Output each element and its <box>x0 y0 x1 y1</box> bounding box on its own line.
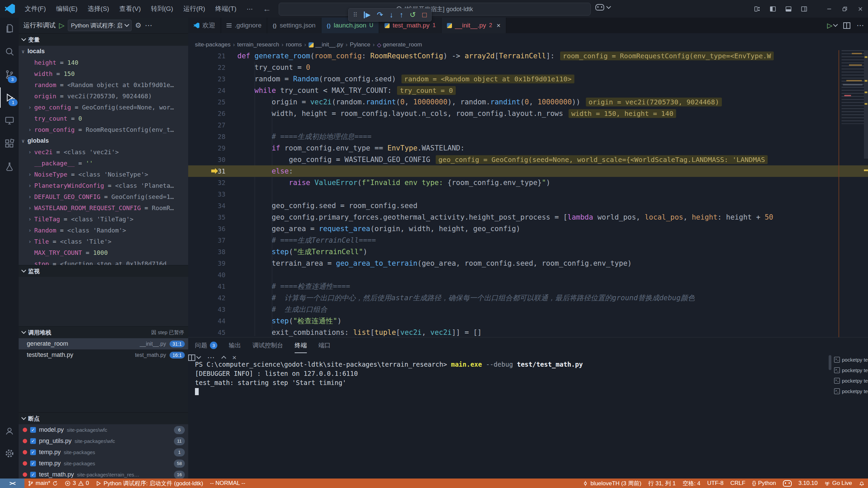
continue-button[interactable]: ▶ <box>364 12 371 18</box>
statusbar-cursor-position[interactable]: 行 31, 列 1 <box>645 479 679 488</box>
chevron-right-icon[interactable]: › <box>25 183 34 189</box>
menu-item-F[interactable]: 文件(F) <box>20 4 51 13</box>
statusbar-vim-mode[interactable]: -- NORMAL -- <box>206 479 249 488</box>
breadcrumb-item[interactable]: rooms <box>286 41 302 48</box>
activity-search[interactable] <box>0 41 19 62</box>
debug-config-select[interactable]: Python 调试程序: 启 <box>68 20 132 31</box>
menu-item-T[interactable]: 终端(T) <box>210 4 241 13</box>
code-editor[interactable]: 21def generate_room(room_config: RoomReq… <box>188 50 868 337</box>
menu-overflow[interactable]: ⋯ <box>241 5 258 13</box>
command-center-search[interactable]: [扩展开发宿主] godot-ldtk <box>279 3 591 16</box>
statusbar-git-blame[interactable]: blueloveTH (3 周前) <box>579 479 645 488</box>
breakpoint-row[interactable]: ✓temp.pysite-packages58 <box>19 458 188 469</box>
variable-row[interactable]: ›vec2i = <class 'vec2i'> <box>19 146 188 158</box>
statusbar-git-branch[interactable]: main* <box>24 479 61 488</box>
variable-row[interactable]: ›NoiseType = <class 'NoiseType'> <box>19 169 188 180</box>
activity-source-control[interactable]: 3 <box>0 64 19 85</box>
variable-row[interactable]: __package__ = '' <box>19 158 188 169</box>
tab-__init__.py[interactable]: __init__.py2× <box>441 18 507 33</box>
variable-row[interactable]: height = 140 <box>19 57 188 68</box>
activity-debug[interactable]: 1 <box>0 87 19 108</box>
variable-row[interactable]: ›TileTag = <class 'TileTag'> <box>19 214 188 225</box>
scope-row-globals[interactable]: ∨globals <box>19 135 188 146</box>
chevron-right-icon[interactable]: › <box>25 227 34 233</box>
restore-icon[interactable] <box>837 0 852 18</box>
breakpoint-row[interactable]: ✓test_math.pysite-packages\terrain_res…1… <box>19 469 188 479</box>
variable-row[interactable]: ›WASTELAND_ROOM_REQUEST_CONFIG = RoomR… <box>19 202 188 214</box>
activity-extensions[interactable] <box>0 134 19 154</box>
panel-tab-输出[interactable]: 输出 <box>229 338 241 353</box>
variable-row[interactable]: ›PlanetaryWindConfig = <class 'Planeta… <box>19 180 188 191</box>
statusbar-notifications[interactable] <box>855 479 868 488</box>
breakpoint-checkbox[interactable]: ✓ <box>30 449 36 455</box>
menu-item-V[interactable]: 查看(V) <box>114 4 146 13</box>
step-over-button[interactable]: ↷ <box>377 11 383 19</box>
breakpoint-row[interactable]: ✓png_utils.pysite-packages\wfc11 <box>19 435 188 447</box>
close-icon[interactable]: × <box>496 22 500 29</box>
breadcrumb-item[interactable]: terrain_research <box>237 41 279 48</box>
drag-grip-icon[interactable]: ⠿ <box>353 11 357 19</box>
debug-settings-gear-icon[interactable]: ⚙ <box>135 21 141 29</box>
activity-remote-explorer[interactable] <box>0 110 19 131</box>
minimize-icon[interactable] <box>821 0 837 18</box>
stop-button[interactable]: □ <box>422 11 427 19</box>
breadcrumb-item[interactable]: __init__.py <box>309 41 343 48</box>
breadcrumb-item[interactable]: ◇generate_room <box>377 41 422 48</box>
variable-row[interactable]: MAX_TRY_COUNT = 1000 <box>19 247 188 258</box>
statusbar-copilot-status[interactable] <box>780 479 795 488</box>
statusbar-python-version[interactable]: 3.10.10 <box>795 479 821 488</box>
chevron-right-icon[interactable]: › <box>25 127 34 133</box>
statusbar-problems[interactable]: 30 <box>61 479 92 488</box>
step-out-button[interactable]: ↑ <box>399 11 403 19</box>
variable-row[interactable]: ›Random = <class 'Random'> <box>19 225 188 236</box>
terminal-instance[interactable]: >_pocketpy te… <box>834 386 868 396</box>
activity-settings[interactable] <box>0 443 19 464</box>
breakpoint-checkbox[interactable]: ✓ <box>30 427 36 433</box>
watch-section-header[interactable]: 监视 <box>19 265 188 277</box>
statusbar-encoding[interactable]: UTF-8 <box>704 479 727 488</box>
variable-row[interactable]: stop = <function stop at 0x1bf8d716d… <box>19 258 188 265</box>
copilot-menu[interactable] <box>595 4 610 11</box>
chevron-down-icon[interactable]: ∨ <box>19 48 27 55</box>
variable-row[interactable]: random = <Random object at 0x1bf9d01e… <box>19 79 188 90</box>
menu-item-S[interactable]: 选择(S) <box>83 4 114 13</box>
variables-section-header[interactable]: 变量 <box>19 33 188 46</box>
variable-row[interactable]: width = 150 <box>19 68 188 79</box>
chevron-right-icon[interactable]: › <box>25 216 34 222</box>
toggle-sidebar-icon[interactable] <box>765 0 781 18</box>
start-debug-button[interactable]: ▷ <box>59 21 64 29</box>
terminal-instance[interactable]: >_pocketpy te… <box>834 354 868 365</box>
chevron-right-icon[interactable]: › <box>25 239 34 245</box>
menu-item-E[interactable]: 编辑(E) <box>51 4 82 13</box>
scope-row-locals[interactable]: ∨locals <box>19 46 188 57</box>
statusbar-language-mode[interactable]: {}Python <box>749 479 779 488</box>
terminal-instance[interactable]: >_pocketpy te… <box>834 375 868 386</box>
variable-row[interactable]: ›Tile = <class 'Tile'> <box>19 236 188 247</box>
breakpoint-checkbox[interactable]: ✓ <box>30 438 36 444</box>
variable-row[interactable]: origin = vec2i(7205730, 9024468) <box>19 90 188 102</box>
breakpoint-row[interactable]: ✓model.pysite-packages\wfc6 <box>19 424 188 435</box>
variable-row[interactable]: ›DEFAULT_GEO_CONFIG = GeoConfig(seed=1… <box>19 191 188 202</box>
breadcrumb-item[interactable]: site-packages <box>195 41 231 48</box>
step-into-button[interactable]: ↓ <box>390 11 393 19</box>
variable-row[interactable]: try_count = 0 <box>19 113 188 124</box>
menu-item-G[interactable]: 转到(G) <box>146 4 178 13</box>
activity-explorer[interactable] <box>0 18 19 39</box>
callstack-section-header[interactable]: 调用堆栈 因 step 已暂停 <box>19 326 188 338</box>
restart-button[interactable]: ↺ <box>410 11 416 19</box>
panel-tab-调试控制台[interactable]: 调试控制台 <box>253 338 283 353</box>
terminal-output[interactable]: PS C:\computer_science\godot-ldtk\site-p… <box>195 360 583 396</box>
menu-item-R[interactable]: 运行(R) <box>178 4 210 13</box>
toggle-secondary-sidebar-icon[interactable] <box>796 0 812 18</box>
panel-tab-问题[interactable]: 问题3 <box>195 338 217 353</box>
chevron-right-icon[interactable]: › <box>25 149 34 155</box>
panel-tab-端口[interactable]: 端口 <box>318 338 331 353</box>
minimap[interactable] <box>842 50 864 124</box>
breakpoint-row[interactable]: ✓temp.pysite-packages1 <box>19 447 188 458</box>
more-actions-icon[interactable]: ⋯ <box>145 21 153 30</box>
activity-account[interactable] <box>0 421 19 441</box>
overview-ruler[interactable] <box>864 50 868 337</box>
customize-layout-icon[interactable] <box>749 0 765 18</box>
editor-more-actions-icon[interactable]: ⋯ <box>856 21 865 30</box>
tab-[interactable]: 欢迎 <box>188 18 221 33</box>
